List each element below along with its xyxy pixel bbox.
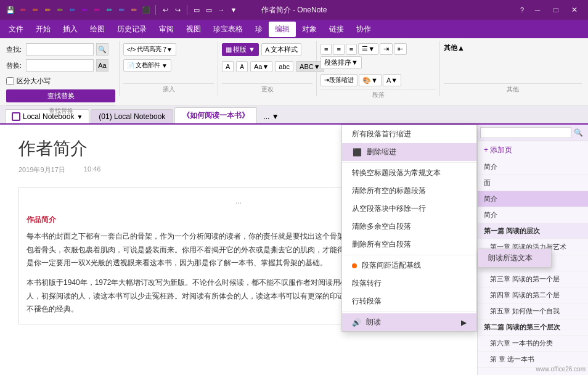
para-row2: ⇥段落缩进 🎨▼ A▼	[321, 74, 401, 86]
outdent-btn[interactable]: ⇤	[394, 43, 407, 55]
menu-link[interactable]: 链接	[323, 22, 350, 37]
case-sensitive-checkbox[interactable]	[6, 77, 14, 85]
menu-convert-title[interactable]: 转换空标题段落为常规文本	[342, 164, 476, 182]
right-search-icon[interactable]: 🔍	[571, 127, 586, 138]
search-input[interactable]	[26, 43, 94, 56]
font-abc[interactable]: abc	[275, 61, 293, 72]
menu-view[interactable]: 视图	[180, 22, 207, 37]
menu-bar: 文件 开始 插入 绘图 历史记录 审阅 视图 珍宝表格 珍 编辑 对象 链接 协…	[0, 20, 588, 38]
find-replace-button[interactable]: 查找替换	[6, 89, 115, 102]
menu-insert[interactable]: 插入	[57, 22, 84, 37]
toc-ch4[interactable]: 第四章 阅读的第二个层	[478, 287, 588, 303]
menu-delete-all-blank[interactable]: 删除所有空白段落	[342, 236, 476, 253]
list-btn[interactable]: ☰▼	[358, 43, 378, 55]
menu-read-aloud[interactable]: 🔊 朗读 ▶	[342, 313, 476, 331]
toc-ch5[interactable]: 第五章 如何做一个自我	[478, 303, 588, 319]
para-sort-btn[interactable]: 段落排序▼	[321, 56, 362, 69]
pen7-icon[interactable]: ✏	[91, 4, 102, 15]
section-mian[interactable]: 面	[478, 175, 588, 191]
pen9-icon[interactable]: ✏	[116, 4, 127, 15]
para-indent2-btn[interactable]: ⇥段落缩进	[321, 74, 357, 86]
replace-icon-btn[interactable]: Aa	[96, 59, 108, 72]
pen3-icon[interactable]: ✏	[42, 4, 53, 15]
page-tab-1[interactable]: 《如何阅读一本书》	[174, 107, 257, 123]
menu-clear-empty-title[interactable]: 清除所有空的标题段落	[342, 182, 476, 200]
pen10-icon[interactable]: ✏	[128, 4, 139, 15]
section-jiangjie3[interactable]: 简介	[478, 207, 588, 223]
menu-draw[interactable]: 绘图	[84, 22, 111, 37]
align-center-btn[interactable]: ≡	[333, 44, 344, 55]
other-header: 其他 ▲	[444, 43, 465, 52]
font-aa[interactable]: Aa▼	[250, 61, 272, 72]
font-size-a-large[interactable]: A	[222, 61, 234, 72]
menu-object[interactable]: 对象	[296, 22, 323, 37]
code-highlight-btn[interactable]: </> 代码高亮 7▼	[123, 43, 176, 56]
menu-review[interactable]: 审阅	[153, 22, 180, 37]
separator3	[342, 311, 476, 312]
toc-header[interactable]: 第一篇 阅读的层次	[478, 223, 588, 239]
para-group-label: 段落	[321, 89, 436, 99]
read-selected-text[interactable]: 朗读所选文本	[478, 249, 551, 267]
search-button[interactable]: 🔍	[96, 43, 108, 56]
pen8-icon[interactable]: ✏	[104, 4, 115, 15]
menu-table[interactable]: 珍宝表格	[207, 22, 249, 37]
doc-parts-label: 文档部件	[136, 61, 160, 70]
replace-input[interactable]	[26, 59, 94, 72]
section-jiangjie[interactable]: 简介	[478, 159, 588, 175]
pen4-icon[interactable]: ✏	[54, 4, 65, 15]
template-btn[interactable]: ▦ 模版 ▼	[222, 43, 259, 56]
indent-btn[interactable]: ⇥	[380, 43, 393, 55]
eraser-icon[interactable]: ⬛	[141, 4, 152, 15]
text-style-btn[interactable]: A 文本样式	[261, 43, 301, 56]
pen1-icon[interactable]: ✏	[17, 4, 28, 15]
save-icon[interactable]: 💾	[5, 4, 16, 15]
maximize-button[interactable]: □	[547, 1, 565, 19]
pen6-icon[interactable]: ✏	[79, 4, 90, 15]
color-btn[interactable]: 🎨▼	[359, 74, 382, 86]
menu-start[interactable]: 开始	[30, 22, 57, 37]
remove-indent-icon: ⬛	[352, 147, 362, 157]
help-icon[interactable]: ?	[517, 4, 528, 15]
undo-icon[interactable]: ↩	[160, 4, 171, 15]
menu-file[interactable]: 文件	[2, 22, 30, 37]
pen2-icon[interactable]: ✏	[30, 4, 41, 15]
align-left-btn[interactable]: ≡	[321, 44, 332, 55]
view2-icon[interactable]: ▭	[203, 4, 214, 15]
toc-ch6[interactable]: 第六章 一本书的分类	[478, 336, 588, 352]
dropdown-arrow[interactable]: ▼	[228, 4, 239, 15]
minimize-button[interactable]: ─	[529, 1, 546, 19]
forward-icon[interactable]: →	[216, 4, 227, 15]
other-group-label: 其他	[444, 83, 582, 94]
view1-icon[interactable]: ▭	[191, 4, 202, 15]
other-collapse[interactable]: ▲	[457, 44, 465, 52]
menu-edit[interactable]: 编辑	[269, 22, 296, 37]
toc-part2[interactable]: 第二篇 阅读的第三个层次	[478, 319, 588, 336]
redo-icon[interactable]: ↪	[172, 4, 183, 15]
menu-para-wrap[interactable]: 段落转行	[342, 274, 476, 292]
menu-line-to-para[interactable]: 行转段落	[342, 292, 476, 310]
menu-remove-line[interactable]: 从空段落块中移除一行	[342, 200, 476, 218]
delete-all-blank-label: 删除所有空白段落	[352, 239, 411, 250]
menu-collaborate[interactable]: 协作	[350, 22, 377, 37]
menu-history[interactable]: 历史记录	[111, 22, 153, 37]
tab-more[interactable]: ... ▼	[258, 110, 284, 123]
right-search-input[interactable]	[480, 127, 571, 138]
toc-ch3[interactable]: 第三章 阅读的第一个层	[478, 271, 588, 287]
pen5-icon[interactable]: ✏	[67, 4, 78, 15]
read-aloud-submenu: 朗读所选文本	[478, 249, 552, 268]
doc-parts-btn[interactable]: 📄 文档部件 ▼	[123, 59, 171, 72]
font-size-a-small[interactable]: A	[236, 61, 248, 72]
align-right-btn[interactable]: ≡	[346, 44, 357, 55]
menu-treasure[interactable]: 珍	[249, 22, 269, 37]
add-page-button[interactable]: + 添加页	[478, 141, 588, 159]
window-controls: ? ─ □ ✕	[517, 1, 583, 19]
menu-all-indent[interactable]: 所有段落首行缩进	[342, 125, 476, 143]
insert-group-label: 插入	[123, 83, 214, 94]
highlight-btn[interactable]: A▼	[383, 74, 401, 86]
section-jiangjie2[interactable]: 简介	[478, 191, 588, 207]
menu-baseline[interactable]: 段落间距适配基线	[342, 257, 476, 274]
baseline-dot	[352, 263, 357, 268]
close-button[interactable]: ✕	[566, 1, 583, 19]
menu-remove-indent[interactable]: ⬛ 删除缩进	[342, 143, 476, 161]
menu-clear-extra-blank[interactable]: 清除多余空白段落	[342, 218, 476, 236]
